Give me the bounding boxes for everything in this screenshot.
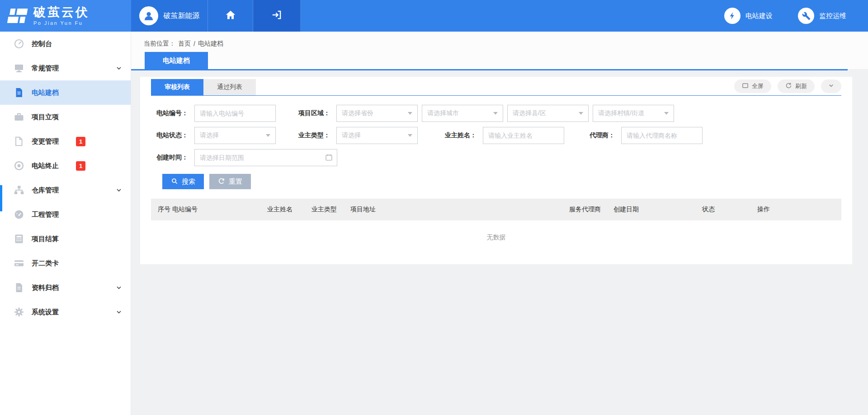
breadcrumb-home-link[interactable]: 首页: [178, 40, 191, 48]
sidebar-item-label: 仓库管理: [32, 186, 59, 195]
col-actions: 操作: [757, 205, 802, 214]
user-name-label: 破茧新能源: [164, 11, 200, 21]
project-region-label: 项目区域：: [293, 109, 330, 117]
panel-tabs: 审核列表 通过列表: [151, 79, 256, 95]
sidebar-item-data-archive[interactable]: 资料归档: [0, 275, 131, 300]
sidebar-item-console[interactable]: 控制台: [0, 32, 131, 56]
calculator-icon: [14, 233, 24, 244]
sidebar-item-open-card[interactable]: 开二类卡: [0, 251, 131, 275]
sidebar-item-station-filing[interactable]: 电站建档: [0, 80, 131, 105]
panel: 审核列表 通过列表 全屏 刷新: [140, 77, 852, 264]
page-tab-station-filing[interactable]: 电站建档: [145, 52, 208, 69]
reset-button-label: 重置: [229, 177, 242, 186]
date-range-input[interactable]: [194, 149, 337, 166]
refresh-label: 刷新: [795, 82, 807, 90]
search-button[interactable]: 搜索: [162, 174, 204, 189]
city-select-placeholder: 请选择城市: [427, 109, 459, 117]
logo-icon: [7, 7, 28, 24]
col-owner-name: 业主姓名: [267, 205, 311, 214]
province-select[interactable]: 请选择省份: [336, 105, 418, 122]
breadcrumb-separator: /: [193, 40, 195, 47]
calendar-icon: [325, 154, 333, 163]
tab-passed-list[interactable]: 通过列表: [203, 79, 256, 95]
notification-badge: 1: [76, 137, 85, 146]
sidebar-item-label: 变更管理: [32, 137, 59, 146]
tab-review-list[interactable]: 审核列表: [151, 79, 203, 95]
logout-button[interactable]: [253, 0, 301, 32]
owner-name-input[interactable]: [483, 127, 564, 144]
col-seq: 序号: [158, 205, 172, 214]
filter-actions: 搜索 重置: [162, 174, 841, 189]
county-select[interactable]: 请选择县/区: [507, 105, 589, 122]
caret-down-icon: [408, 112, 412, 115]
sidebar-item-system-settings[interactable]: 系统设置: [0, 300, 131, 324]
breadcrumb: 当前位置： 首页 / 电站建档: [144, 40, 223, 48]
wrench-icon: [798, 8, 814, 24]
topbar: 当前位置： 首页 / 电站建档 电站建档: [131, 32, 868, 69]
current-user[interactable]: 破茧新能源: [131, 0, 208, 32]
caret-down-icon: [664, 112, 669, 115]
sidebar-item-label: 工程管理: [32, 210, 59, 219]
owner-type-select[interactable]: 请选择: [336, 127, 418, 144]
col-status: 状态: [702, 205, 757, 214]
sidebar-item-label: 系统设置: [32, 308, 59, 317]
document-icon: [14, 87, 24, 98]
fullscreen-button[interactable]: 全屏: [734, 79, 771, 93]
briefcase-icon: [14, 112, 24, 122]
sidebar-item-label: 资料归档: [32, 284, 59, 292]
chevron-down-icon: [115, 65, 123, 72]
nav-station-construction[interactable]: 电站建设: [724, 8, 773, 24]
station-status-placeholder: 请选择: [200, 131, 219, 140]
reset-button[interactable]: 重置: [209, 174, 251, 189]
panel-toolbar: 全屏 刷新: [734, 79, 841, 93]
sidebar-scrollbar-thumb[interactable]: [0, 185, 2, 211]
caret-down-icon: [493, 112, 498, 115]
terminate-icon: [14, 160, 24, 171]
fullscreen-icon: [742, 82, 749, 90]
sidebar-item-label: 开二类卡: [32, 259, 59, 268]
village-select[interactable]: 请选择村镇/街道: [593, 105, 674, 122]
create-time-label: 创建时间：: [151, 154, 188, 162]
sidebar-item-label: 项目立项: [32, 113, 59, 121]
station-status-label: 电站状态：: [151, 131, 188, 140]
agent-input[interactable]: [621, 127, 703, 144]
refresh-button[interactable]: 刷新: [778, 79, 815, 93]
chevron-down-icon: [115, 187, 123, 194]
sidebar-item-station-termination[interactable]: 电站终止 1: [0, 154, 131, 178]
gauge-icon: [14, 209, 24, 220]
sidebar-item-project-settlement[interactable]: 项目结算: [0, 227, 131, 251]
col-project-address: 项目地址: [350, 205, 569, 214]
home-button[interactable]: [208, 0, 253, 32]
nav-monitoring-ops[interactable]: 监控运维: [798, 8, 846, 24]
station-code-input[interactable]: [194, 105, 276, 122]
owner-name-label: 业主姓名：: [433, 131, 476, 140]
province-select-placeholder: 请选择省份: [342, 109, 373, 117]
bank-card-icon: [14, 258, 24, 269]
filter-form: 电站编号： 项目区域： 请选择省份 请选择城市 请选择县/区: [151, 96, 841, 166]
sidebar-item-change-mgmt[interactable]: 变更管理 1: [0, 129, 131, 154]
city-select[interactable]: 请选择城市: [422, 105, 503, 122]
reset-icon: [218, 177, 225, 186]
sidebar-item-label: 常规管理: [32, 64, 59, 73]
app-logo: 破茧云伏 Po Jian Yun Fu: [0, 0, 131, 32]
caret-down-icon: [408, 134, 412, 137]
header-spacer: [301, 0, 724, 32]
col-create-date: 创建日期: [613, 205, 702, 214]
sidebar-item-project-initiation[interactable]: 项目立项: [0, 105, 131, 129]
search-button-label: 搜索: [182, 177, 195, 186]
chevron-down-icon: [115, 284, 123, 291]
nav-station-construction-label: 电站建设: [745, 12, 773, 20]
col-owner-type: 业主类型: [311, 205, 350, 214]
empty-state: 无数据: [151, 220, 841, 255]
col-service-agent: 服务代理商: [569, 205, 613, 214]
caret-down-icon: [266, 134, 270, 137]
sidebar-item-general-mgmt[interactable]: 常规管理: [0, 56, 131, 80]
sidebar-item-warehouse-mgmt[interactable]: 仓库管理: [0, 178, 131, 202]
caret-down-icon: [579, 112, 583, 115]
dashboard-icon: [14, 38, 24, 49]
sidebar-item-engineering-mgmt[interactable]: 工程管理: [0, 202, 131, 227]
file-change-icon: [14, 136, 24, 147]
station-status-select[interactable]: 请选择: [194, 127, 276, 144]
sidebar-item-label: 电站终止: [32, 162, 59, 170]
collapse-button[interactable]: [821, 79, 841, 93]
